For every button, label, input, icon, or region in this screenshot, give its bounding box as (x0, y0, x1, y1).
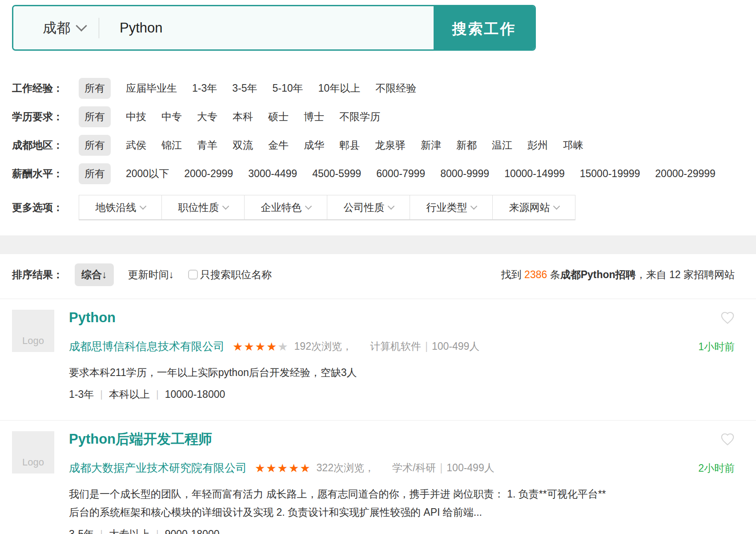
meta-separator: | (156, 388, 159, 400)
more-filter-dropdown[interactable]: 企业特色 (244, 195, 327, 220)
filter-option[interactable]: 6000-7999 (376, 168, 425, 180)
meta-separator: | (100, 388, 103, 400)
city-select[interactable]: 成都 (13, 19, 99, 37)
filter-option[interactable]: 新津 (421, 138, 441, 152)
more-filter-dropdown[interactable]: 行业类型 (410, 195, 493, 220)
filter-option[interactable]: 双流 (233, 138, 253, 152)
filter-option[interactable]: 5-10年 (273, 81, 303, 95)
filter-option[interactable]: 1-3年 (192, 81, 217, 95)
filter-rows: 工作经验： 所有应届毕业生1-3年3-5年5-10年10年以上不限经验 学历要求… (12, 78, 756, 183)
more-filter-dropdown[interactable]: 来源网站 (492, 195, 575, 220)
favorite-heart-icon[interactable] (720, 432, 735, 446)
filter-option[interactable]: 新都 (456, 138, 477, 152)
filter-option[interactable]: 4500-5999 (312, 168, 361, 180)
filter-option[interactable]: 龙泉驿 (375, 138, 406, 152)
sort-option[interactable]: 综合↓ (75, 263, 114, 286)
filter-option[interactable]: 硕士 (268, 110, 289, 124)
filter-option[interactable]: 大专 (197, 110, 217, 124)
more-filter-dropdown[interactable]: 职位性质 (161, 195, 245, 220)
company-logo: Logo (12, 310, 54, 352)
filter-options: 所有武侯锦江青羊双流金牛成华郫县龙泉驿新津新都温江彭州邛崃 (79, 135, 583, 156)
sort-label: 排序结果： (12, 268, 63, 282)
chevron-down-icon (222, 203, 229, 210)
job-card: Logo Python 成都思博信科信息技术有限公司 ★★★★★ 192次浏览，… (0, 299, 756, 420)
chevron-down-icon (139, 203, 146, 210)
job-title-only-checkbox[interactable] (188, 270, 198, 279)
favorite-heart-icon[interactable] (720, 311, 735, 325)
dropdown-label: 职位性质 (178, 201, 219, 214)
filter-option[interactable]: 10年以上 (318, 81, 361, 95)
section-divider (0, 235, 756, 254)
filter-option[interactable]: 3-5年 (232, 81, 257, 95)
filter-option[interactable]: 3000-4499 (248, 168, 297, 180)
search-button[interactable]: 搜索工作 (434, 6, 535, 51)
sort-bar: 排序结果： 综合↓更新时间↓ 只搜索职位名称 找到 2386 条成都Python… (12, 263, 735, 286)
summary-prefix: 找到 (501, 269, 524, 280)
filter-option[interactable]: 20000-29999 (655, 168, 716, 180)
more-filter-dropdowns: 地铁沿线 职位性质 企业特色 公司性质 行业类型 来源网站 (79, 195, 575, 220)
filter-option[interactable]: 青羊 (197, 138, 217, 152)
filter-option[interactable]: 郫县 (339, 138, 360, 152)
filter-options: 所有应届毕业生1-3年3-5年5-10年10年以上不限经验 (79, 78, 416, 99)
filter-option[interactable]: 彭州 (527, 138, 548, 152)
filter-option[interactable]: 2000-2999 (184, 168, 233, 180)
more-options-row: 更多选项： 地铁沿线 职位性质 企业特色 公司性质 行业类型 来源网站 (12, 195, 756, 220)
company-logo: Logo (12, 431, 54, 473)
filter-option[interactable]: 所有 (79, 135, 111, 156)
result-count: 2386 (524, 269, 547, 280)
sort-option[interactable]: 更新时间↓ (128, 268, 174, 282)
meta-separator: | (156, 528, 159, 534)
filter-row: 工作经验： 所有应届毕业生1-3年3-5年5-10年10年以上不限经验 (12, 78, 756, 98)
filter-option[interactable]: 10000-14999 (504, 168, 565, 180)
chevron-down-icon (387, 203, 394, 210)
filter-option[interactable]: 锦江 (161, 138, 182, 152)
summary-suffix: ，来自 12 家招聘网站 (636, 269, 735, 280)
chevron-down-icon (553, 203, 560, 210)
job-education: 大专以上 (109, 527, 150, 534)
filter-option[interactable]: 8000-9999 (440, 168, 489, 180)
filter-option[interactable]: 2000以下 (126, 167, 169, 181)
filter-option[interactable]: 博士 (304, 110, 324, 124)
filter-option[interactable]: 金牛 (268, 138, 289, 152)
filter-option[interactable]: 中专 (161, 110, 182, 124)
dropdown-label: 企业特色 (261, 201, 302, 214)
job-title-link[interactable]: Python (69, 310, 116, 326)
filter-option[interactable]: 应届毕业生 (126, 81, 177, 95)
summary-query: 成都Python招聘 (560, 269, 636, 280)
job-salary: 9000-18000 (165, 528, 220, 534)
filter-option[interactable]: 15000-19999 (580, 168, 640, 180)
filter-option[interactable]: 所有 (79, 78, 111, 99)
filter-option[interactable]: 所有 (79, 106, 111, 127)
job-meta: 1-3年 | 本科以上 | 10000-18000 (69, 385, 735, 403)
filter-option[interactable]: 温江 (492, 138, 512, 152)
filter-option[interactable]: 所有 (79, 163, 111, 184)
filter-option[interactable]: 本科 (233, 110, 253, 124)
search-input[interactable] (99, 20, 434, 36)
company-link[interactable]: 成都大数据产业技术研究院有限公司 (69, 461, 247, 475)
filter-option[interactable]: 邛崃 (563, 138, 583, 152)
filter-row: 成都地区： 所有武侯锦江青羊双流金牛成华郫县龙泉驿新津新都温江彭州邛崃 (12, 135, 756, 155)
filter-row: 薪酬水平： 所有2000以下2000-29993000-44994500-599… (12, 164, 756, 183)
company-link[interactable]: 成都思博信科信息技术有限公司 (69, 339, 225, 354)
filter-options: 所有2000以下2000-29993000-44994500-59996000-… (79, 163, 716, 184)
dropdown-label: 公司性质 (344, 201, 385, 214)
filter-row: 学历要求： 所有中技中专大专本科硕士博士不限学历 (12, 107, 756, 126)
more-filter-dropdown[interactable]: 地铁沿线 (79, 195, 162, 220)
job-description: 我们是一个成长型的团队，年轻而富有活力 成长路上，愿有志同道合的你，携手并进 岗… (69, 485, 735, 522)
filter-option[interactable]: 中技 (126, 110, 146, 124)
filter-option[interactable]: 不限学历 (339, 110, 380, 124)
sort-options: 综合↓更新时间↓ (75, 263, 188, 286)
job-title-link[interactable]: Python后端开发工程师 (69, 431, 212, 447)
filter-option[interactable]: 不限经验 (375, 81, 416, 95)
more-filter-dropdown[interactable]: 公司性质 (327, 195, 410, 220)
filter-option[interactable]: 成华 (304, 138, 324, 152)
view-count: 322次浏览， (317, 461, 374, 475)
job-title-only-label: 只搜索职位名称 (200, 268, 272, 282)
logo-placeholder-text: Logo (22, 457, 44, 468)
filter-label: 工作经验： (12, 81, 79, 95)
post-time: 1小时前 (698, 340, 735, 354)
job-card: Logo Python后端开发工程师 成都大数据产业技术研究院有限公司 ★★★★… (0, 420, 756, 534)
star-rating: ★★★★★ (255, 462, 311, 474)
filter-option[interactable]: 武侯 (126, 138, 146, 152)
job-experience: 3-5年 (69, 527, 94, 534)
